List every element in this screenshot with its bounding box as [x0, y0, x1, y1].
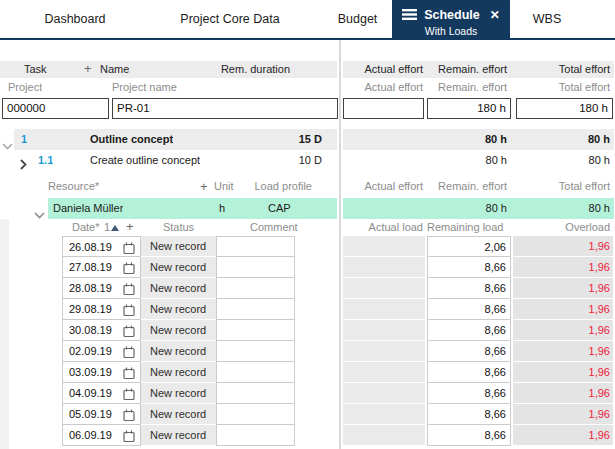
col-project-name: Project name: [112, 78, 177, 97]
status-cell: New record: [141, 425, 216, 446]
resource-table-header: Resource* + Unit Load profile Actual eff…: [0, 171, 615, 198]
resource-name: Daniela Müller: [53, 198, 123, 219]
comment-cell[interactable]: [216, 299, 295, 320]
plus-icon[interactable]: +: [126, 219, 134, 235]
load-row: 27.08.19 New record 8,66 1,96: [0, 257, 615, 278]
task-remain-effort: 80 h: [427, 150, 511, 171]
tab-wbs[interactable]: WBS: [512, 0, 582, 38]
col-project: Project: [8, 78, 42, 97]
date-cell[interactable]: 30.08.19: [62, 320, 141, 341]
project-number-field[interactable]: 000000: [2, 98, 109, 119]
load-row: 26.08.19 New record 2,06 1,96: [0, 236, 615, 257]
col-actual-effort: Actual effort: [343, 61, 425, 78]
project-total-effort-field[interactable]: 180 h: [516, 98, 613, 119]
date-cell[interactable]: 05.09.19: [62, 404, 141, 425]
col-actual-effort: Actual effort: [343, 180, 425, 192]
overload-cell: 1,96: [513, 299, 613, 320]
actual-load-cell: [343, 425, 425, 446]
status-cell: New record: [141, 404, 216, 425]
comment-cell[interactable]: [216, 257, 295, 278]
status-cell: New record: [141, 341, 216, 362]
menu-icon[interactable]: [402, 9, 417, 20]
date-cell[interactable]: 27.08.19: [62, 257, 141, 278]
resource-remain-effort: 80 h: [427, 198, 511, 219]
col-load-profile: Load profile: [230, 180, 312, 192]
status-cell: New record: [141, 278, 216, 299]
project-actual-effort-field[interactable]: [343, 98, 424, 119]
remaining-load-cell[interactable]: 8,66: [427, 362, 511, 383]
resource-load-profile: CAP: [268, 198, 291, 219]
comment-cell[interactable]: [216, 236, 295, 257]
resource-total-effort: 80 h: [516, 198, 613, 219]
close-icon[interactable]: ✕: [490, 8, 500, 22]
plus-icon[interactable]: +: [200, 179, 208, 194]
sort-ascending-icon[interactable]: 1: [104, 219, 119, 236]
comment-cell[interactable]: [216, 404, 295, 425]
date-cell[interactable]: 29.08.19: [62, 299, 141, 320]
overload-cell: 1,96: [513, 362, 613, 383]
resource-row[interactable]: Daniela Müller h CAP 80 h 80 h: [0, 198, 615, 219]
task-row-1-1[interactable]: 1.1 Create outline concept 10 D 80 h 80 …: [0, 150, 615, 171]
project-name-field[interactable]: PR-01: [112, 98, 338, 119]
status-cell: New record: [141, 299, 216, 320]
overload-cell: 1,96: [513, 425, 613, 446]
overload-cell: 1,96: [513, 236, 613, 257]
task-total-effort: 80 h: [516, 150, 613, 171]
remaining-load-cell[interactable]: 8,66: [427, 278, 511, 299]
col-resource: Resource*: [48, 180, 99, 192]
load-row: 05.09.19 New record 8,66 1,96: [0, 404, 615, 425]
remaining-load-cell[interactable]: 8,66: [427, 299, 511, 320]
load-row: 03.09.19 New record 8,66 1,96: [0, 362, 615, 383]
col-remain-effort: Remain. effort: [427, 180, 511, 192]
actual-load-cell: [343, 362, 425, 383]
remaining-load-cell[interactable]: 8,66: [427, 383, 511, 404]
date-cell[interactable]: 04.09.19: [62, 383, 141, 404]
remaining-load-cell[interactable]: 8,66: [427, 404, 511, 425]
task-row-1[interactable]: 1 Outline concept 15 D 80 h 80 h: [0, 129, 615, 150]
calendar-icon[interactable]: [123, 429, 135, 449]
comment-cell[interactable]: [216, 278, 295, 299]
tab-project-core-data[interactable]: Project Core Data: [150, 0, 310, 38]
tab-budget[interactable]: Budget: [315, 0, 400, 38]
task-name: Create outline concept: [90, 150, 200, 171]
task-number: 1: [21, 129, 27, 150]
remaining-load-cell[interactable]: 8,66: [427, 257, 511, 278]
date-cell[interactable]: 28.08.19: [62, 278, 141, 299]
col-date: Date*: [72, 219, 100, 236]
status-cell: New record: [141, 320, 216, 341]
overload-cell: 1,96: [513, 257, 613, 278]
task-table-header: Task + Name Rem. duration Actual effort …: [0, 61, 615, 78]
tab-dashboard[interactable]: Dashboard: [10, 0, 140, 38]
comment-cell[interactable]: [216, 383, 295, 404]
task-rem-duration: 10 D: [200, 150, 322, 171]
col-actual-effort-sub: Actual effort: [343, 78, 425, 97]
col-name: Name: [100, 61, 129, 78]
date-cell[interactable]: 26.08.19: [62, 236, 141, 257]
comment-cell[interactable]: [216, 362, 295, 383]
comment-cell[interactable]: [216, 425, 295, 446]
status-cell: New record: [141, 236, 216, 257]
col-actual-load: Actual load: [343, 219, 425, 236]
date-cell[interactable]: 06.09.19: [62, 425, 141, 446]
actual-load-cell: [343, 299, 425, 320]
overload-cell: 1,96: [513, 320, 613, 341]
actual-load-cell: [343, 278, 425, 299]
project-remain-effort-field[interactable]: 180 h: [427, 98, 511, 119]
actual-load-cell: [343, 404, 425, 425]
remaining-load-cell[interactable]: 8,66: [427, 425, 511, 446]
task-number: 1.1: [38, 150, 53, 171]
tab-schedule[interactable]: Schedule ✕ With Loads: [392, 0, 510, 40]
status-cell: New record: [141, 383, 216, 404]
comment-cell[interactable]: [216, 320, 295, 341]
date-cell[interactable]: 03.09.19: [62, 362, 141, 383]
task-remain-effort: 80 h: [427, 129, 511, 150]
date-cell[interactable]: 02.09.19: [62, 341, 141, 362]
remaining-load-cell[interactable]: 2,06: [427, 236, 511, 257]
plus-icon[interactable]: +: [84, 61, 92, 77]
comment-cell[interactable]: [216, 341, 295, 362]
actual-load-cell: [343, 341, 425, 362]
col-remain-effort-sub: Remain. effort: [427, 78, 511, 97]
remaining-load-cell[interactable]: 8,66: [427, 320, 511, 341]
remaining-load-cell[interactable]: 8,66: [427, 341, 511, 362]
overload-cell: 1,96: [513, 341, 613, 362]
